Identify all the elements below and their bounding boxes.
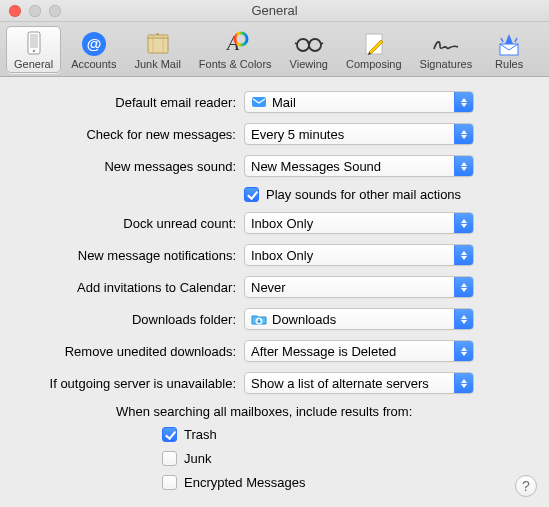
popup-value: Never bbox=[251, 280, 286, 295]
updown-arrows-icon bbox=[454, 213, 473, 233]
checkbox-junk[interactable]: Junk bbox=[162, 451, 527, 466]
toolbar: General @ Accounts Junk Mail A bbox=[0, 22, 549, 77]
svg-line-19 bbox=[515, 38, 517, 42]
popup-value: Show a list of alternate servers bbox=[251, 376, 429, 391]
tab-label: Viewing bbox=[290, 58, 328, 70]
svg-rect-1 bbox=[30, 34, 38, 48]
popup-value: After Message is Deleted bbox=[251, 344, 396, 359]
svg-text:@: @ bbox=[86, 35, 101, 52]
updown-arrows-icon bbox=[454, 245, 473, 265]
checkbox-trash[interactable]: Trash bbox=[162, 427, 527, 442]
popup-value: Mail bbox=[272, 95, 296, 110]
updown-arrows-icon bbox=[454, 309, 473, 329]
tab-signatures[interactable]: Signatures bbox=[412, 26, 481, 73]
checkbox-label: Trash bbox=[184, 427, 217, 442]
tab-label: Fonts & Colors bbox=[199, 58, 272, 70]
tab-label: Accounts bbox=[71, 58, 116, 70]
checkbox-label: Encrypted Messages bbox=[184, 475, 305, 490]
popup-invitations[interactable]: Never bbox=[244, 276, 474, 298]
popup-downloads[interactable]: Downloads bbox=[244, 308, 474, 330]
updown-arrows-icon bbox=[454, 341, 473, 361]
checkbox-box bbox=[162, 475, 177, 490]
checkbox-encrypted[interactable]: Encrypted Messages bbox=[162, 475, 527, 490]
popup-value: Downloads bbox=[272, 312, 336, 327]
popup-new-sound[interactable]: New Messages Sound bbox=[244, 155, 474, 177]
search-options: Trash Junk Encrypted Messages bbox=[162, 427, 527, 490]
tab-viewing[interactable]: Viewing bbox=[282, 26, 336, 73]
general-pane: Default email reader: Mail Check for new… bbox=[0, 77, 549, 502]
updown-arrows-icon bbox=[454, 373, 473, 393]
updown-arrows-icon bbox=[454, 92, 473, 112]
popup-default-reader[interactable]: Mail bbox=[244, 91, 474, 113]
composing-icon bbox=[358, 29, 390, 58]
label-new-sound: New messages sound: bbox=[12, 159, 244, 174]
label-downloads: Downloads folder: bbox=[12, 312, 244, 327]
updown-arrows-icon bbox=[454, 124, 473, 144]
popup-remove-downloads[interactable]: After Message is Deleted bbox=[244, 340, 474, 362]
accounts-icon: @ bbox=[78, 29, 110, 58]
popup-value: Every 5 minutes bbox=[251, 127, 344, 142]
popup-value: New Messages Sound bbox=[251, 159, 381, 174]
popup-dock-unread[interactable]: Inbox Only bbox=[244, 212, 474, 234]
svg-line-14 bbox=[295, 43, 297, 44]
tab-rules[interactable]: Rules bbox=[482, 26, 536, 73]
label-dock-unread: Dock unread count: bbox=[12, 216, 244, 231]
rules-icon bbox=[493, 29, 525, 58]
checkbox-box bbox=[162, 427, 177, 442]
updown-arrows-icon bbox=[454, 277, 473, 297]
tab-junk-mail[interactable]: Junk Mail bbox=[126, 26, 188, 73]
label-default-reader: Default email reader: bbox=[12, 95, 244, 110]
checkbox-label: Play sounds for other mail actions bbox=[266, 187, 461, 202]
fonts-colors-icon: A bbox=[219, 29, 251, 58]
tab-label: Rules bbox=[495, 58, 523, 70]
tab-composing[interactable]: Composing bbox=[338, 26, 410, 73]
zoom-window-button bbox=[49, 5, 61, 17]
label-check-messages: Check for new messages: bbox=[12, 127, 244, 142]
checkbox-box bbox=[162, 451, 177, 466]
svg-line-18 bbox=[501, 38, 503, 42]
popup-value: Inbox Only bbox=[251, 216, 313, 231]
close-window-button[interactable] bbox=[9, 5, 21, 17]
updown-arrows-icon bbox=[454, 156, 473, 176]
label-notifications: New message notifications: bbox=[12, 248, 244, 263]
tab-accounts[interactable]: @ Accounts bbox=[63, 26, 124, 73]
tab-label: Junk Mail bbox=[134, 58, 180, 70]
titlebar: General bbox=[0, 0, 549, 22]
viewing-icon bbox=[293, 29, 325, 58]
tab-fonts-colors[interactable]: A Fonts & Colors bbox=[191, 26, 280, 73]
mail-app-icon bbox=[251, 94, 267, 110]
checkbox-box bbox=[244, 187, 259, 202]
label-invitations: Add invitations to Calendar: bbox=[12, 280, 244, 295]
tab-label: Signatures bbox=[420, 58, 473, 70]
tab-label: General bbox=[14, 58, 53, 70]
window-controls bbox=[0, 5, 61, 17]
popup-notifications[interactable]: Inbox Only bbox=[244, 244, 474, 266]
svg-point-12 bbox=[297, 39, 309, 51]
popup-value: Inbox Only bbox=[251, 248, 313, 263]
minimize-window-button bbox=[29, 5, 41, 17]
tab-general[interactable]: General bbox=[6, 26, 61, 73]
signatures-icon bbox=[430, 29, 462, 58]
checkbox-play-sounds[interactable]: Play sounds for other mail actions bbox=[244, 187, 527, 202]
help-icon: ? bbox=[522, 478, 530, 494]
general-icon bbox=[18, 29, 50, 58]
popup-check-messages[interactable]: Every 5 minutes bbox=[244, 123, 474, 145]
downloads-folder-icon bbox=[251, 311, 267, 327]
label-outgoing: If outgoing server is unavailable: bbox=[12, 376, 244, 391]
window-title: General bbox=[0, 3, 549, 18]
svg-point-13 bbox=[309, 39, 321, 51]
svg-rect-20 bbox=[252, 97, 266, 107]
svg-line-15 bbox=[321, 43, 323, 44]
checkbox-label: Junk bbox=[184, 451, 211, 466]
junk-mail-icon bbox=[142, 29, 174, 58]
label-remove-downloads: Remove unedited downloads: bbox=[12, 344, 244, 359]
svg-point-2 bbox=[32, 49, 35, 52]
popup-outgoing[interactable]: Show a list of alternate servers bbox=[244, 372, 474, 394]
help-button[interactable]: ? bbox=[515, 475, 537, 497]
tab-label: Composing bbox=[346, 58, 402, 70]
search-heading: When searching all mailboxes, include re… bbox=[116, 404, 527, 419]
